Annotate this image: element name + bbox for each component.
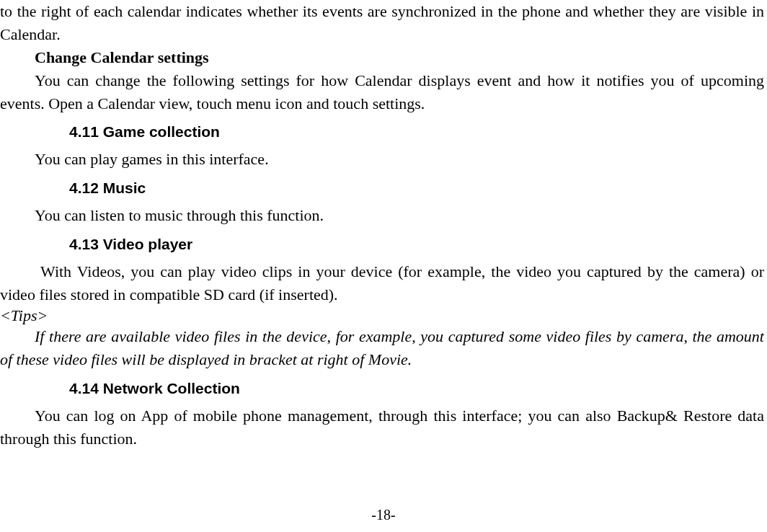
section-4-14-heading: 4.14 Network Collection xyxy=(69,380,764,397)
section-4-13-heading: 4.13 Video player xyxy=(69,236,764,253)
page-number: -18- xyxy=(0,507,767,523)
page-body: to the right of each calendar indicates … xyxy=(0,0,767,451)
section-4-13-body: With Videos, you can play video clips in… xyxy=(0,260,764,306)
change-settings-body: You can change the following settings fo… xyxy=(0,69,764,115)
change-settings-heading: Change Calendar settings xyxy=(0,46,764,69)
section-4-12-heading: 4.12 Music xyxy=(69,179,764,197)
section-4-11-body: You can play games in this interface. xyxy=(0,148,764,171)
section-4-14-body: You can log on App of mobile phone manag… xyxy=(0,404,764,451)
section-4-11-heading: 4.11 Game collection xyxy=(69,123,764,141)
section-4-12-body: You can listen to music through this fun… xyxy=(0,204,764,227)
intro-paragraph: to the right of each calendar indicates … xyxy=(0,0,764,46)
tips-label: <Tips> xyxy=(0,306,764,325)
tips-body: If there are available video files in th… xyxy=(0,325,764,371)
